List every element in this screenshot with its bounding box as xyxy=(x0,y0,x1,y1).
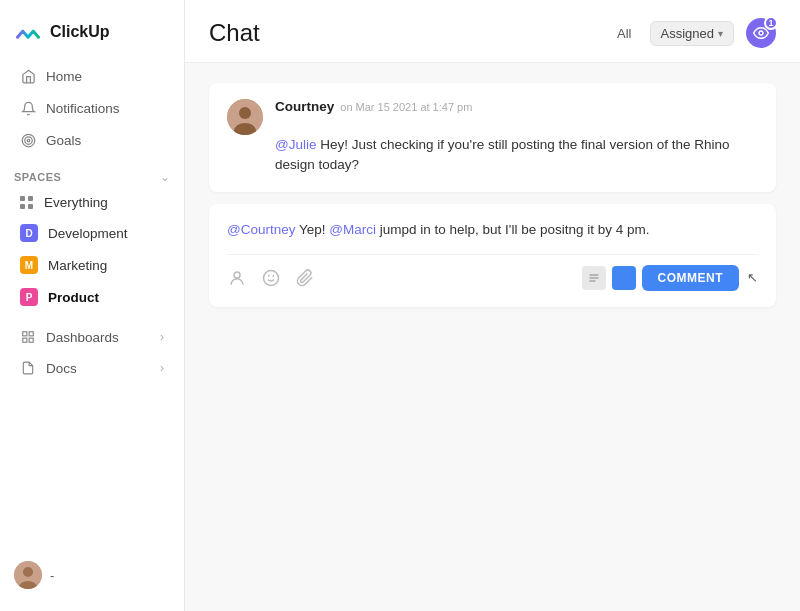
user-name: - xyxy=(50,568,54,583)
docs-chevron-icon: › xyxy=(160,361,164,375)
sidebar-item-product[interactable]: P Product xyxy=(6,282,178,312)
courtney-avatar xyxy=(227,99,263,135)
comment-button[interactable]: COMMENT xyxy=(642,265,740,291)
emoji-icon[interactable] xyxy=(261,268,281,288)
svg-point-1 xyxy=(24,136,32,144)
sidebar-item-dashboards[interactable]: Dashboards › xyxy=(6,322,178,352)
home-icon xyxy=(20,68,36,84)
attachment-icon[interactable] xyxy=(295,268,315,288)
svg-rect-3 xyxy=(23,332,27,336)
svg-point-12 xyxy=(239,107,251,119)
logo-area: ClickUp xyxy=(0,12,184,60)
message-body: @Julie Hey! Just checking if you're stil… xyxy=(275,135,758,176)
svg-point-14 xyxy=(234,272,240,278)
everything-label: Everything xyxy=(44,195,108,210)
reply-body: @Courtney Yep! @Marci jumpd in to help, … xyxy=(227,220,758,240)
format-icon-btn[interactable] xyxy=(582,266,606,290)
tab-assigned[interactable]: Assigned ▾ xyxy=(650,21,734,46)
user-area[interactable]: - xyxy=(0,551,184,599)
main-content: Chat All Assigned ▾ 1 xyxy=(185,0,800,611)
message-timestamp: on Mar 15 2021 at 1:47 pm xyxy=(340,101,472,113)
docs-label: Docs xyxy=(46,361,77,376)
notification-count: 1 xyxy=(764,16,778,30)
svg-point-2 xyxy=(27,139,30,142)
message-author: Courtney xyxy=(275,99,334,114)
assigned-chevron-icon: ▾ xyxy=(718,28,723,39)
dashboard-icon xyxy=(20,329,36,345)
svg-rect-6 xyxy=(29,338,33,342)
spaces-header: Spaces ⌄ xyxy=(0,160,184,188)
dashboards-chevron-icon: › xyxy=(160,330,164,344)
sidebar-item-development[interactable]: D Development xyxy=(6,218,178,248)
sidebar-item-docs[interactable]: Docs › xyxy=(6,353,178,383)
svg-rect-5 xyxy=(23,338,27,342)
chevron-down-icon[interactable]: ⌄ xyxy=(160,170,170,184)
header-controls: All Assigned ▾ 1 xyxy=(611,18,776,48)
reply-tools-left xyxy=(227,268,315,288)
svg-point-15 xyxy=(264,270,279,285)
sidebar-section-bottom: Dashboards › Docs › xyxy=(0,321,184,384)
page-title: Chat xyxy=(209,19,260,47)
mention-courtney: @Courtney xyxy=(227,222,295,237)
mention-marci: @Marci xyxy=(329,222,376,237)
message-item: Courtney on Mar 15 2021 at 1:47 pm @Juli… xyxy=(209,83,776,192)
sidebar-item-home[interactable]: Home xyxy=(6,61,178,91)
sidebar-item-goals[interactable]: Goals xyxy=(6,125,178,155)
user-mention-icon[interactable] xyxy=(227,268,247,288)
notifications-label: Notifications xyxy=(46,101,120,116)
marketing-label: Marketing xyxy=(48,258,107,273)
reply-toolbar: COMMENT ↖ xyxy=(227,254,758,291)
product-label: Product xyxy=(48,290,99,305)
home-label: Home xyxy=(46,69,82,84)
grid-icon xyxy=(20,196,34,210)
page-header: Chat All Assigned ▾ 1 xyxy=(185,0,800,63)
reply-container: @Courtney Yep! @Marci jumpd in to help, … xyxy=(209,204,776,307)
dashboards-label: Dashboards xyxy=(46,330,119,345)
reply-tools-right: COMMENT ↖ xyxy=(582,265,759,291)
product-badge: P xyxy=(20,288,38,306)
bell-icon xyxy=(20,100,36,116)
message-text: Hey! Just checking if you're still posti… xyxy=(275,137,730,172)
svg-point-10 xyxy=(759,31,763,35)
logo-text: ClickUp xyxy=(50,23,110,41)
sidebar-item-notifications[interactable]: Notifications xyxy=(6,93,178,123)
spaces-title: Spaces xyxy=(14,171,61,183)
notification-bell-button[interactable]: 1 xyxy=(746,18,776,48)
development-label: Development xyxy=(48,226,128,241)
svg-rect-4 xyxy=(29,332,33,336)
goals-label: Goals xyxy=(46,133,81,148)
user-avatar xyxy=(14,561,42,589)
sidebar: ClickUp Home Notifications Goals Spaces … xyxy=(0,0,185,611)
mention-julie: @Julie xyxy=(275,137,316,152)
tab-all[interactable]: All xyxy=(611,22,637,45)
svg-rect-21 xyxy=(619,273,629,283)
sidebar-item-marketing[interactable]: M Marketing xyxy=(6,250,178,280)
chat-area: Courtney on Mar 15 2021 at 1:47 pm @Juli… xyxy=(185,63,800,611)
svg-point-8 xyxy=(23,567,33,577)
color-icon-btn[interactable] xyxy=(612,266,636,290)
development-badge: D xyxy=(20,224,38,242)
marketing-badge: M xyxy=(20,256,38,274)
sidebar-item-everything[interactable]: Everything xyxy=(6,189,178,216)
target-icon xyxy=(20,132,36,148)
cursor-icon: ↖ xyxy=(747,270,758,285)
docs-icon xyxy=(20,360,36,376)
clickup-logo-icon xyxy=(14,18,42,46)
